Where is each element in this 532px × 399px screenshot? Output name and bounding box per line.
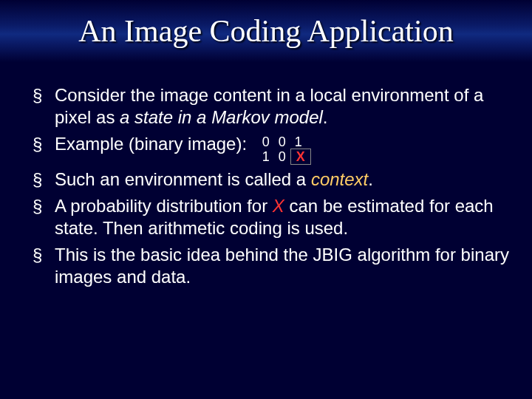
grid-cell: 1: [290, 134, 307, 149]
bullet-text: .: [323, 107, 328, 127]
grid-row: 001: [258, 134, 307, 149]
bullet-item: Example (binary image): 001 10X: [33, 133, 510, 164]
bullet-text: Example (binary image):: [55, 133, 247, 155]
grid-cell-x: X: [293, 149, 309, 164]
bullet-text: Such an environment is called a: [55, 169, 311, 189]
x-box: X: [290, 149, 311, 165]
bullet-text-X: X: [273, 196, 284, 216]
bullet-list-1: Consider the image content in a local en…: [33, 84, 510, 164]
bullet-text: .: [368, 169, 373, 189]
grid-cell: 0: [274, 149, 290, 164]
slide-content: Consider the image content in a local en…: [0, 62, 532, 288]
bullet-item: Consider the image content in a local en…: [33, 84, 510, 129]
example-grid: 001 10X: [258, 134, 311, 164]
bullet-text: A probability distribution for: [55, 196, 273, 216]
grid-cell: 0: [274, 134, 290, 149]
slide-title: An Image Coding Application: [78, 14, 453, 48]
title-band: An Image Coding Application: [0, 0, 532, 62]
bullet-item: A probability distribution for X can be …: [33, 195, 510, 239]
bullet-text-context: context: [311, 169, 368, 189]
bullet-item: This is the basic idea behind the JBIG a…: [33, 244, 510, 288]
grid-cell: 0: [258, 134, 274, 149]
grid-row: 10X: [258, 149, 311, 164]
bullet-list-2: Such an environment is called a context.…: [33, 168, 510, 288]
grid-cell: 1: [258, 149, 274, 164]
bullet-text: This is the basic idea behind the JBIG a…: [55, 245, 509, 287]
bullet-text-emph: a state in a Markov model: [120, 107, 323, 127]
bullet-item: Such an environment is called a context.: [33, 168, 510, 191]
